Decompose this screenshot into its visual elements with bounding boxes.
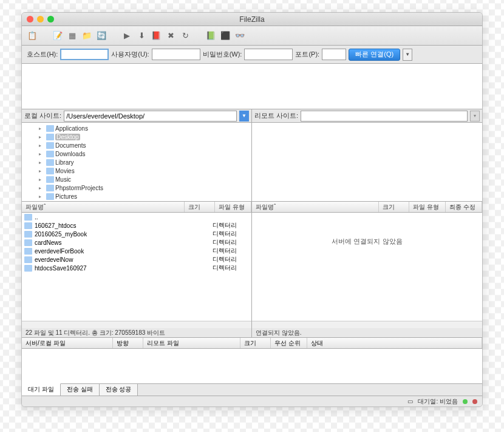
queue-tabs: 대기 파일 전송 실패 전송 성공	[22, 383, 482, 396]
queue-body[interactable]	[22, 349, 482, 383]
remote-file-list[interactable]: 서버에 연결되지 않았음	[252, 213, 482, 321]
col-modified[interactable]: 최종 수정	[446, 202, 482, 212]
expand-icon[interactable]: ▸	[39, 160, 45, 165]
cancel-icon[interactable]: ⬇	[136, 30, 147, 41]
folder-icon	[24, 231, 32, 238]
host-input[interactable]	[60, 49, 109, 60]
compare-icon[interactable]: ⬛	[220, 30, 231, 41]
pass-label: 비밀번호(W):	[203, 50, 242, 59]
tab-failed[interactable]: 전송 실패	[61, 384, 100, 396]
expand-icon[interactable]: ▸	[39, 143, 45, 148]
expand-icon[interactable]: ▸	[39, 168, 45, 174]
file-name: 20160625_myBook	[35, 231, 213, 238]
tree-item[interactable]: ▸Movies	[22, 166, 251, 175]
qcol-priority[interactable]: 우선 순위	[271, 338, 307, 348]
action-icon[interactable]: ↻	[180, 30, 191, 41]
list-item[interactable]: cardNews디렉터리	[22, 238, 251, 247]
toggle-queue-icon[interactable]: 📁	[81, 30, 92, 41]
quickconnect-dropdown[interactable]: ▼	[403, 49, 412, 61]
col-size[interactable]: 크기	[185, 202, 215, 212]
list-item[interactable]: 20160625_myBook디렉터리	[22, 230, 251, 238]
col-type[interactable]: 파일 유형	[215, 202, 251, 212]
col-type[interactable]: 파일 유형	[409, 202, 446, 212]
qcol-dir[interactable]: 방향	[113, 338, 143, 348]
expand-icon[interactable]: ▸	[39, 126, 45, 131]
local-file-list[interactable]: ..160627_htdocs디렉터리20160625_myBook디렉터리ca…	[22, 213, 251, 321]
folder-icon	[24, 239, 32, 246]
expand-icon[interactable]: ▸	[39, 134, 45, 140]
local-pane: 로컬 사이트: ▼ ▸Applications▸Desktop▸Document…	[22, 109, 252, 338]
tab-success[interactable]: 전송 성공	[100, 384, 138, 396]
remote-site-bar: 리모트 사이트: ▾	[252, 109, 482, 123]
expand-icon[interactable]: ▸	[39, 194, 45, 199]
tree-label: Music	[55, 176, 71, 183]
list-item[interactable]: htdocsSave160927디렉터리	[22, 264, 251, 272]
col-size[interactable]: 크기	[379, 202, 409, 212]
username-input[interactable]	[152, 49, 200, 60]
queue-pane: 서버/로컬 파일 방향 리모트 파일 크기 우선 순위 상태 대기 파일 전송 …	[22, 338, 482, 396]
site-manager-icon[interactable]: 📋	[27, 30, 38, 41]
tab-waiting[interactable]: 대기 파일	[22, 383, 61, 396]
col-filename[interactable]: 파일명 ˆ	[252, 202, 379, 212]
sort-asc-icon: ˆ	[274, 204, 276, 210]
activity-led-send	[472, 399, 477, 404]
remote-empty-message: 서버에 연결되지 않았음	[252, 237, 482, 246]
local-path-input[interactable]	[64, 111, 237, 122]
remote-hscroll[interactable]	[252, 321, 482, 328]
local-hscroll[interactable]	[22, 321, 251, 328]
disconnect-icon[interactable]: 📕	[151, 30, 162, 41]
tree-item[interactable]: ▸Pictures	[22, 192, 251, 201]
refresh-icon[interactable]: 🔄	[96, 30, 107, 41]
tree-item[interactable]: ▸Documents	[22, 141, 251, 149]
folder-icon	[46, 193, 54, 200]
remote-path-input[interactable]	[301, 111, 468, 122]
tree-item[interactable]: ▸Applications	[22, 124, 251, 132]
toggle-log-icon[interactable]: 📝	[52, 30, 63, 41]
qcol-size[interactable]: 크기	[240, 338, 271, 348]
expand-icon[interactable]: ▸	[39, 151, 45, 157]
host-label: 호스트(H):	[27, 50, 58, 59]
col-filename[interactable]: 파일명 ˆ	[22, 202, 185, 212]
titlebar: FileZilla	[22, 13, 482, 26]
tree-label: Pictures	[55, 193, 77, 200]
local-list-header: 파일명 ˆ 크기 파일 유형	[22, 202, 251, 213]
list-item[interactable]: everdevelForBook디렉터리	[22, 247, 251, 255]
password-input[interactable]	[244, 49, 293, 60]
qcol-remote[interactable]: 리모트 파일	[143, 338, 240, 348]
remote-path-dropdown[interactable]: ▾	[470, 111, 480, 122]
folder-icon	[46, 185, 54, 191]
process-queue-icon[interactable]: ▶	[121, 30, 132, 41]
file-name: ..	[35, 214, 213, 221]
qcol-local[interactable]: 서버/로컬 파일	[22, 338, 113, 348]
file-name: everdevelNow	[35, 256, 213, 263]
remote-status: 연결되지 않았음.	[252, 328, 482, 338]
main-panes: 로컬 사이트: ▼ ▸Applications▸Desktop▸Document…	[22, 109, 482, 338]
port-input[interactable]	[322, 49, 346, 60]
tree-item[interactable]: ▸Downloads	[22, 149, 251, 158]
local-tree[interactable]: ▸Applications▸Desktop▸Documents▸Download…	[22, 123, 251, 202]
tree-item[interactable]: ▸Music	[22, 175, 251, 183]
list-item[interactable]: ..	[22, 213, 251, 221]
bandwidth-icon: ▭	[407, 398, 413, 405]
expand-icon[interactable]: ▸	[39, 177, 45, 182]
qcol-status[interactable]: 상태	[307, 338, 482, 348]
tree-label: Movies	[55, 168, 75, 174]
local-status: 22 파일 및 11 디렉터리. 총 크기: 270559183 바이트	[22, 328, 251, 338]
list-item[interactable]: everdevelNow디렉터리	[22, 255, 251, 264]
local-path-dropdown[interactable]: ▼	[239, 111, 249, 122]
local-site-label: 로컬 사이트:	[24, 111, 61, 120]
file-type: 디렉터리	[213, 264, 249, 272]
tree-label: Desktop	[55, 134, 80, 140]
tree-item[interactable]: ▸Library	[22, 158, 251, 166]
tree-item[interactable]: ▸Desktop	[22, 132, 251, 141]
filter-icon[interactable]: 📗	[205, 30, 216, 41]
remote-tree[interactable]	[252, 123, 482, 202]
reconnect-icon[interactable]: ✖	[165, 30, 176, 41]
sync-icon[interactable]: 👓	[234, 30, 245, 41]
quickconnect-button[interactable]: 빠른 연결(Q)	[349, 49, 400, 61]
toggle-tree-icon[interactable]: ▦	[67, 30, 78, 41]
sort-asc-icon: ˆ	[44, 204, 46, 210]
expand-icon[interactable]: ▸	[39, 185, 45, 191]
tree-item[interactable]: ▸PhpstormProjects	[22, 183, 251, 192]
list-item[interactable]: 160627_htdocs디렉터리	[22, 221, 251, 230]
